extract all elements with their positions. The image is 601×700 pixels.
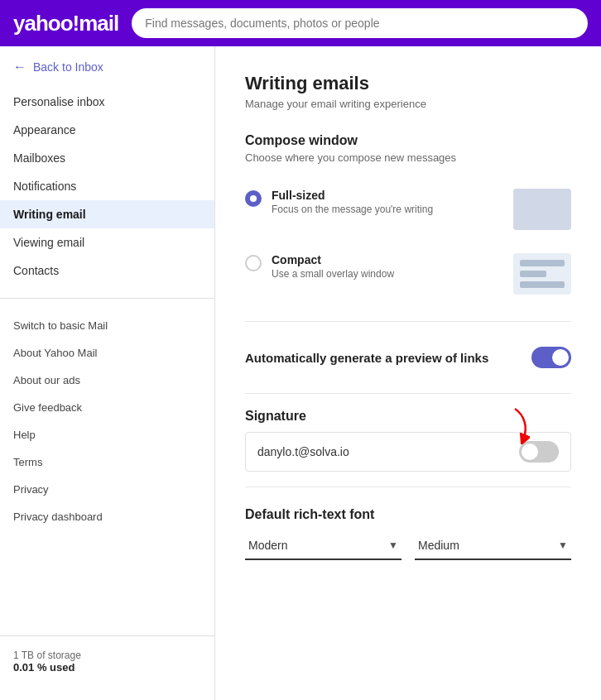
page-subtitle: Manage your email writing experience (245, 98, 571, 110)
red-arrow-icon (500, 407, 530, 444)
font-row: Modern Classic Monospace ▼ Small Medium … (245, 532, 571, 560)
back-to-inbox-label: Back to Inbox (33, 60, 103, 74)
full-sized-text: Full-sized Focus on the message you're w… (272, 189, 433, 215)
sidebar-item-appearance[interactable]: Appearance (0, 116, 214, 144)
main-content: Writing emails Manage your email writing… (215, 46, 601, 700)
header: yahoo!mail (0, 0, 601, 46)
full-sized-radio[interactable] (245, 190, 262, 207)
full-sized-preview (513, 189, 571, 230)
full-sized-desc: Focus on the message you're writing (272, 204, 433, 215)
search-input[interactable] (132, 8, 588, 38)
sidebar-item-viewing[interactable]: Viewing email (0, 228, 214, 257)
preview-line-3 (520, 281, 565, 288)
page-title: Writing emails (245, 73, 571, 94)
font-family-wrapper: Modern Classic Monospace ▼ (245, 532, 401, 560)
compact-preview (513, 253, 571, 295)
sidebar-item-contacts[interactable]: Contacts (0, 257, 214, 285)
divider-1 (245, 321, 571, 322)
app-layout: ← Back to Inbox Personalise inbox Appear… (0, 46, 601, 700)
sidebar-item-about[interactable]: About Yahoo Mail (0, 339, 214, 367)
sidebar-item-notifications[interactable]: Notifications (0, 172, 214, 200)
sidebar-item-help[interactable]: Help (0, 421, 214, 448)
storage-used: 0.01 % used (13, 661, 201, 674)
nav-divider (0, 298, 214, 299)
link-preview-label: Automatically generate a preview of link… (245, 351, 488, 365)
sidebar-item-personalise[interactable]: Personalise inbox (0, 88, 214, 116)
compact-radio[interactable] (245, 255, 262, 271)
signature-email: danylo.t@solva.io (257, 445, 349, 458)
back-arrow-icon: ← (13, 60, 26, 74)
preview-line-2 (520, 271, 546, 277)
compact-label: Compact (272, 253, 394, 266)
link-preview-toggle[interactable] (531, 347, 571, 368)
storage-label: 1 TB of storage (13, 650, 201, 661)
sidebar-item-mailboxes[interactable]: Mailboxes (0, 144, 214, 172)
compact-text: Compact Use a small overlay window (272, 253, 394, 280)
preview-line-1 (520, 260, 565, 266)
sidebar-item-privacy[interactable]: Privacy (0, 476, 214, 503)
font-section: Default rich-text font Modern Classic Mo… (245, 507, 571, 560)
toggle-knob (552, 349, 569, 366)
link-preview-row: Automatically generate a preview of link… (245, 337, 571, 378)
compact-option[interactable]: Compact Use a small overlay window (245, 242, 571, 306)
signature-toggle-knob (522, 443, 538, 460)
divider-3 (245, 487, 571, 487)
compose-window-section: Compose window Choose where you compose … (245, 133, 571, 306)
signature-input-wrapper: danylo.t@solva.io (245, 432, 571, 472)
font-family-select[interactable]: Modern Classic Monospace (245, 532, 401, 559)
font-size-wrapper: Small Medium Large ▼ (415, 532, 571, 560)
compose-section-subtitle: Choose where you compose new messages (245, 151, 571, 164)
full-sized-label: Full-sized (272, 189, 433, 202)
compose-section-title: Compose window (245, 133, 571, 148)
font-size-select[interactable]: Small Medium Large (415, 532, 571, 559)
secondary-nav: Switch to basic Mail About Yahoo Mail Ab… (0, 309, 214, 534)
font-section-title: Default rich-text font (245, 507, 571, 522)
storage-info: 1 TB of storage 0.01 % used (0, 635, 214, 687)
sidebar-item-writing[interactable]: Writing email (0, 200, 214, 228)
sidebar: ← Back to Inbox Personalise inbox Appear… (0, 46, 215, 700)
primary-nav: Personalise inbox Appearance Mailboxes N… (0, 84, 214, 288)
signature-section: Signature danylo.t@solva.io (245, 409, 571, 472)
yahoo-logo: yahoo!mail (13, 11, 118, 36)
back-to-inbox-link[interactable]: ← Back to Inbox (0, 46, 214, 84)
sidebar-item-terms[interactable]: Terms (0, 448, 214, 476)
sidebar-item-switch[interactable]: Switch to basic Mail (0, 312, 214, 339)
sidebar-item-feedback[interactable]: Give feedback (0, 394, 214, 421)
compact-desc: Use a small overlay window (272, 268, 394, 280)
sidebar-item-ads[interactable]: About our ads (0, 367, 214, 394)
full-sized-option[interactable]: Full-sized Focus on the message you're w… (245, 177, 571, 242)
divider-2 (245, 393, 571, 394)
sidebar-item-privacy-dashboard[interactable]: Privacy dashboard (0, 503, 214, 530)
